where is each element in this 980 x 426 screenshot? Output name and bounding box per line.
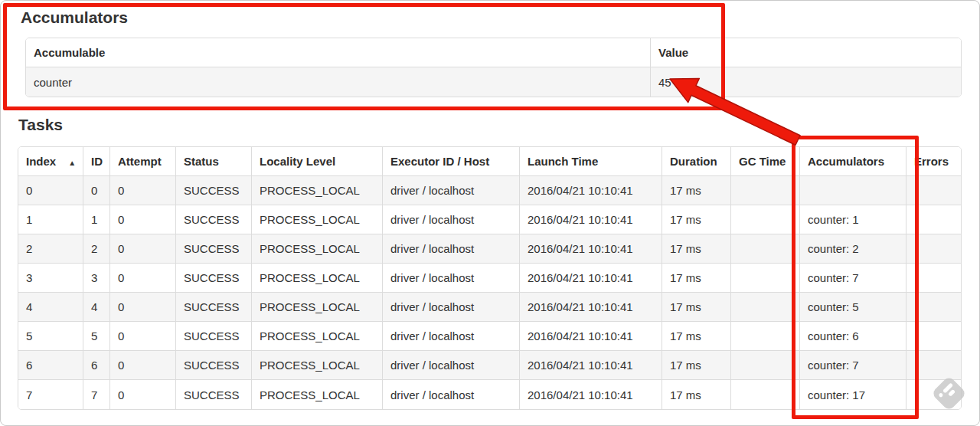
column-header-executor-id-host[interactable]: Executor ID / Host [383, 147, 520, 176]
column-header-duration[interactable]: Duration [662, 147, 731, 176]
cell-executor-id-host: driver / localhost [383, 205, 520, 234]
cell-accumulable: counter [26, 67, 651, 97]
column-header-index[interactable]: Index▲ [18, 147, 83, 176]
cell-id: 2 [83, 234, 110, 264]
cell-launch-time: 2016/04/21 10:10:41 [520, 380, 662, 409]
cell-id: 1 [83, 205, 110, 234]
cell-locality-level: PROCESS_LOCAL [252, 293, 383, 322]
cell-status: SUCCESS [176, 264, 252, 293]
cell-accumulators: counter: 7 [800, 351, 906, 380]
cell-index: 2 [18, 234, 83, 264]
cell-status: SUCCESS [176, 176, 252, 205]
cell-duration: 17 ms [662, 176, 731, 205]
column-label: Accumulators [808, 155, 884, 168]
cell-status: SUCCESS [176, 293, 252, 322]
cell-executor-id-host: driver / localhost [383, 351, 520, 380]
cell-locality-level: PROCESS_LOCAL [252, 322, 383, 351]
cell-gc-time [731, 234, 800, 264]
cell-duration: 17 ms [662, 322, 731, 351]
column-label: Launch Time [528, 155, 598, 168]
column-header-id[interactable]: ID [83, 147, 110, 176]
cell-duration: 17 ms [662, 293, 731, 322]
cell-accumulators [800, 176, 906, 205]
cell-id: 6 [83, 351, 110, 380]
cell-status: SUCCESS [176, 380, 252, 409]
column-label: Executor ID / Host [390, 155, 489, 168]
cell-status: SUCCESS [176, 351, 252, 380]
cell-locality-level: PROCESS_LOCAL [252, 264, 383, 293]
cell-id: 5 [83, 322, 110, 351]
cell-attempt: 0 [110, 176, 176, 205]
cell-accumulators: counter: 1 [800, 205, 906, 234]
cell-index: 7 [18, 380, 83, 409]
cell-index: 1 [18, 205, 83, 234]
column-header-locality-level[interactable]: Locality Level [252, 147, 383, 176]
table-row: 440SUCCESSPROCESS_LOCALdriver / localhos… [18, 293, 961, 322]
cell-accumulators: counter: 7 [800, 264, 906, 293]
cell-attempt: 0 [110, 351, 176, 380]
table-row: 770SUCCESSPROCESS_LOCALdriver / localhos… [18, 380, 961, 409]
cell-locality-level: PROCESS_LOCAL [252, 176, 383, 205]
cell-launch-time: 2016/04/21 10:10:41 [520, 234, 662, 264]
column-label: Accumulable [34, 46, 105, 59]
cell-launch-time: 2016/04/21 10:10:41 [520, 205, 662, 234]
column-header-accumulable[interactable]: Accumulable [26, 38, 651, 67]
sort-ascending-icon: ▲ [68, 159, 76, 167]
cell-executor-id-host: driver / localhost [383, 234, 520, 264]
cell-locality-level: PROCESS_LOCAL [252, 351, 383, 380]
cell-executor-id-host: driver / localhost [383, 293, 520, 322]
cell-index: 6 [18, 351, 83, 380]
cell-index: 5 [18, 322, 83, 351]
cell-duration: 17 ms [662, 264, 731, 293]
column-header-accumulators[interactable]: Accumulators [800, 147, 906, 176]
cell-launch-time: 2016/04/21 10:10:41 [520, 264, 662, 293]
cell-errors [906, 293, 961, 322]
cell-attempt: 0 [110, 293, 176, 322]
column-header-launch-time[interactable]: Launch Time [520, 147, 662, 176]
cell-errors [906, 234, 961, 264]
cell-duration: 17 ms [662, 380, 731, 409]
column-label: Value [658, 46, 688, 59]
cell-gc-time [731, 264, 800, 293]
column-header-attempt[interactable]: Attempt [110, 147, 176, 176]
column-label: Locality Level [260, 155, 335, 168]
column-header-gc-time[interactable]: GC Time [731, 147, 800, 176]
table-row: 220SUCCESSPROCESS_LOCALdriver / localhos… [18, 234, 961, 264]
cell-id: 4 [83, 293, 110, 322]
cell-duration: 17 ms [662, 205, 731, 234]
cell-locality-level: PROCESS_LOCAL [252, 380, 383, 409]
cell-executor-id-host: driver / localhost [383, 264, 520, 293]
cell-errors [906, 205, 961, 234]
column-label: Duration [670, 155, 717, 168]
cell-executor-id-host: driver / localhost [383, 380, 520, 409]
table-row: 110SUCCESSPROCESS_LOCALdriver / localhos… [18, 205, 961, 234]
cell-status: SUCCESS [176, 322, 252, 351]
cell-launch-time: 2016/04/21 10:10:41 [520, 322, 662, 351]
cell-accumulators: counter: 2 [800, 234, 906, 264]
table-row: counter45 [26, 67, 961, 97]
cell-errors [906, 351, 961, 380]
cell-errors [906, 176, 961, 205]
column-header-status[interactable]: Status [176, 147, 252, 176]
cell-gc-time [731, 351, 800, 380]
cell-index: 3 [18, 264, 83, 293]
column-header-value[interactable]: Value [651, 38, 961, 67]
cell-gc-time [731, 322, 800, 351]
cell-id: 0 [83, 176, 110, 205]
cell-duration: 17 ms [662, 234, 731, 264]
column-header-errors[interactable]: Errors [906, 147, 961, 176]
tasks-heading: Tasks [18, 116, 63, 134]
cell-gc-time [731, 176, 800, 205]
cell-errors [906, 264, 961, 293]
column-label: ID [91, 155, 103, 168]
cell-status: SUCCESS [176, 205, 252, 234]
cell-id: 7 [83, 380, 110, 409]
spark-stage-details-page: Accumulators AccumulableValue counter45 … [0, 0, 980, 426]
cell-executor-id-host: driver / localhost [383, 176, 520, 205]
cell-launch-time: 2016/04/21 10:10:41 [520, 293, 662, 322]
column-label: GC Time [739, 155, 786, 168]
accumulators-table: AccumulableValue counter45 [25, 38, 962, 97]
cell-locality-level: PROCESS_LOCAL [252, 205, 383, 234]
cell-gc-time [731, 205, 800, 234]
accumulators-heading: Accumulators [21, 8, 128, 27]
